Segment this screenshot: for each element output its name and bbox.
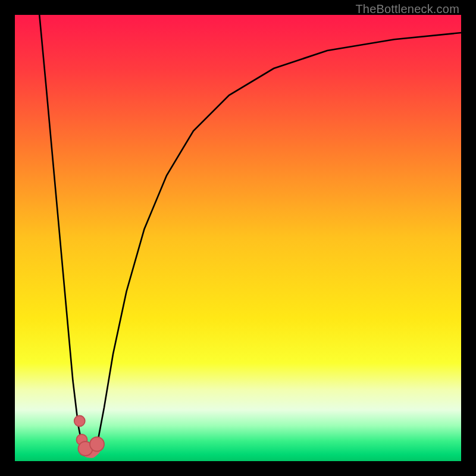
curve-left-branch [39,15,83,450]
valley-cap-right [90,437,104,452]
plot-area [15,15,461,461]
curve-right-branch [96,33,462,450]
curve-layer [15,15,461,461]
marker-group [74,416,104,456]
chart-frame: TheBottleneck.com [0,0,476,476]
attribution-text: TheBottleneck.com [355,2,459,16]
dot-upper [74,416,85,427]
